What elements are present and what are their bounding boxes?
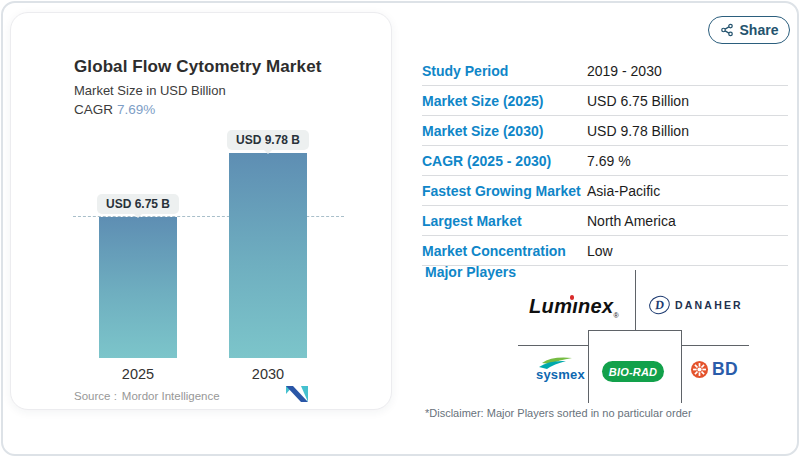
bar-2025: USD 6.75 B — [99, 217, 177, 358]
bd-logo: BD — [690, 359, 738, 380]
bd-wordmark: BD — [712, 359, 738, 380]
sysmex-logo: sysmex — [534, 356, 592, 384]
cagr-label: CAGR — [74, 102, 113, 117]
share-button[interactable]: Share — [708, 16, 790, 44]
row-label: Market Size (2025) — [422, 93, 587, 109]
chart-subtitle: Market Size in USD Billion — [74, 83, 226, 98]
table-row-cagr: CAGR (2025 - 2030) 7.69 % — [422, 146, 788, 176]
row-label: Market Concentration — [422, 243, 587, 259]
row-value: North America — [587, 213, 676, 229]
bd-starburst-icon — [690, 360, 709, 379]
org-chart-horizontal-line-right — [681, 345, 749, 346]
luminex-logo: Lumınex® — [516, 295, 632, 319]
major-players-label: Major Players — [425, 264, 516, 280]
org-chart-horizontal-line-left — [518, 345, 588, 346]
bio-rad-wordmark: BIO-RAD — [609, 366, 657, 378]
row-value: 7.69 % — [587, 153, 631, 169]
bio-rad-logo: BIO-RAD — [602, 361, 664, 382]
share-icon — [720, 23, 734, 37]
table-row-fastest-growing-market: Fastest Growing Market Asia-Pacific — [422, 176, 788, 206]
source-name: Mordor Intelligence — [122, 390, 220, 402]
sysmex-wordmark: sysmex — [536, 367, 585, 382]
row-value: USD 6.75 Billion — [587, 93, 689, 109]
org-chart-vertical-line — [635, 270, 636, 330]
x-axis-label-2025: 2025 — [99, 366, 177, 382]
bar-chart: USD 6.75 B USD 9.78 B 2025 2030 — [73, 153, 344, 358]
bar-2030-value-label: USD 9.78 B — [227, 130, 309, 150]
row-value: USD 9.78 Billion — [587, 123, 689, 139]
registered-mark: ® — [613, 312, 618, 319]
table-row-market-concentration: Market Concentration Low — [422, 236, 788, 266]
mordor-intelligence-logo-icon — [285, 383, 309, 403]
chart-title: Global Flow Cytometry Market — [74, 57, 321, 77]
row-label: CAGR (2025 - 2030) — [422, 153, 587, 169]
row-value: 2019 - 2030 — [587, 63, 662, 79]
danaher-wordmark: DANAHER — [675, 299, 743, 311]
bar-2025-value-label: USD 6.75 B — [97, 194, 179, 214]
market-snapshot-card: Global Flow Cytometry Market Market Size… — [10, 12, 392, 410]
danaher-d-icon: D — [647, 293, 673, 317]
disclaimer-text: *Disclaimer: Major Players sorted in no … — [425, 407, 692, 419]
luminex-red-dot-icon: Lumınex — [529, 295, 613, 318]
table-row-study-period: Study Period 2019 - 2030 — [422, 56, 788, 86]
danaher-logo: D DANAHER — [649, 296, 743, 314]
row-label: Largest Market — [422, 213, 587, 229]
share-button-label: Share — [740, 22, 779, 38]
source-label: Source : — [74, 390, 117, 402]
row-value: Low — [587, 243, 613, 259]
table-row-largest-market: Largest Market North America — [422, 206, 788, 236]
cagr-value: 7.69% — [117, 102, 155, 117]
row-label: Market Size (2030) — [422, 123, 587, 139]
table-row-market-size-2025: Market Size (2025) USD 6.75 Billion — [422, 86, 788, 116]
cagr-line: CAGR7.69% — [74, 102, 155, 117]
row-value: Asia-Pacific — [587, 183, 660, 199]
row-label: Study Period — [422, 63, 587, 79]
row-label: Fastest Growing Market — [422, 183, 587, 199]
table-row-market-size-2030: Market Size (2030) USD 9.78 Billion — [422, 116, 788, 146]
stats-table: Study Period 2019 - 2030 Market Size (20… — [422, 56, 788, 266]
source-line: Source :Mordor Intelligence — [74, 390, 220, 402]
x-axis-label-2030: 2030 — [229, 366, 307, 382]
bar-2030: USD 9.78 B — [229, 153, 307, 358]
